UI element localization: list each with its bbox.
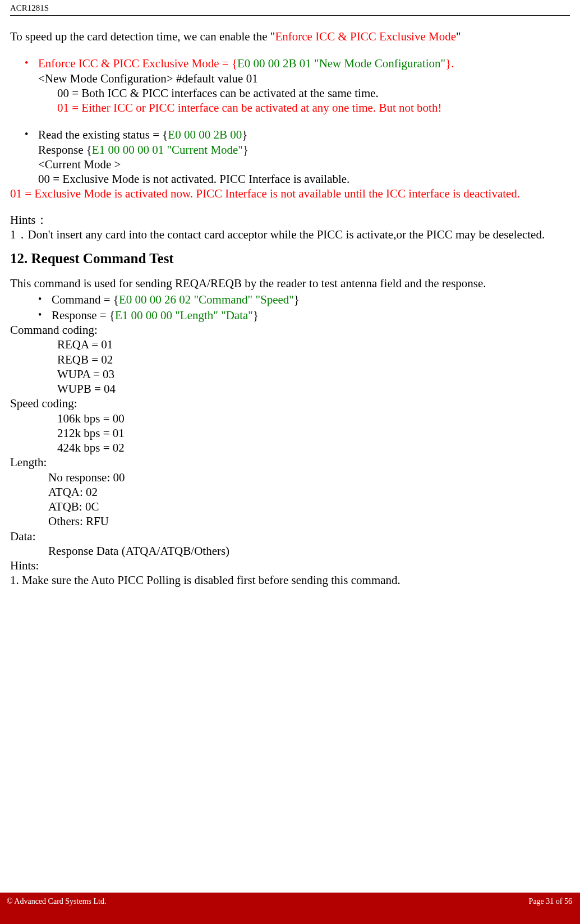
data-item: Response Data (ATQA/ATQB/Others) — [48, 544, 570, 558]
document-header: ACR1281S — [10, 0, 570, 16]
speed-coding-1: 212k bps = 01 — [57, 426, 570, 440]
speed-coding-2: 424k bps = 02 — [57, 440, 570, 455]
cmd-prefix: Command = { — [52, 293, 119, 306]
read-prefix: Read the existing status = { — [38, 128, 168, 141]
cmd-coding-1: REQB = 02 — [57, 352, 570, 367]
b1-opt00: 00 = Both ICC & PICC interfaces can be a… — [57, 86, 570, 100]
length-label: Length: — [10, 455, 570, 470]
cmd-suffix: } — [294, 293, 300, 306]
read-code: E0 00 00 2B 00 — [168, 128, 242, 141]
length-0: No response: 00 — [48, 470, 570, 485]
length-2: ATQB: 0C — [48, 499, 570, 514]
bullet-icon: • — [25, 56, 38, 86]
speed-coding-0: 106k bps = 00 — [57, 411, 570, 426]
command-coding-label: Command coding: — [10, 323, 570, 337]
hints2-item: 1. Make sure the Auto PICC Polling is di… — [10, 573, 570, 587]
page-footer: © Advanced Card Systems Ltd. Page 31 of … — [0, 893, 580, 924]
cmd-coding-3: WUPB = 04 — [57, 381, 570, 396]
footer-copyright: © Advanced Card Systems Ltd. — [7, 897, 106, 906]
new-mode-config-label: <New Mode Configuration> #default value … — [38, 71, 570, 86]
current-mode-label: <Current Mode > — [38, 157, 570, 172]
hints1-item1: 1．Don't insert any card into the contact… — [10, 227, 570, 242]
document-body: To speed up the card detection time, we … — [10, 16, 570, 588]
bullet-icon: • — [38, 308, 52, 323]
read-status-line: Read the existing status = {E0 00 00 2B … — [38, 127, 570, 142]
cmd-coding-2: WUPA = 03 — [57, 367, 570, 381]
read-suffix: } — [242, 128, 247, 141]
section12-intro: This command is used for sending REQA/RE… — [10, 276, 570, 291]
cmd-coding-0: REQA = 01 — [57, 337, 570, 352]
enforce-green: E0 00 00 2B 01 "New Mode Configuration" — [237, 57, 445, 70]
enforce-red-b: }. — [445, 57, 454, 70]
resp-suffix: } — [243, 143, 248, 157]
b1-opt01: 01 = Either ICC or PICC interface can be… — [57, 100, 570, 115]
intro-mode-name: Enforce ICC & PICC Exclusive Mode — [275, 30, 456, 43]
resp-prefix: Response { — [38, 143, 92, 157]
length-1: ATQA: 02 — [48, 485, 570, 499]
length-3: Others: RFU — [48, 514, 570, 528]
b2-opt00: 00 = Exclusive Mode is not activated. PI… — [38, 172, 570, 186]
enforce-red-a: Enforce ICC & PICC Exclusive Mode = { — [38, 57, 237, 70]
response-line2: Response = {E1 00 00 00 "Length" "Data"} — [52, 308, 570, 323]
bullet-icon: • — [38, 292, 52, 307]
bullet-response: • Response = {E1 00 00 00 "Length" "Data… — [38, 308, 570, 323]
intro-suffix: " — [456, 30, 461, 43]
resp-code: E1 00 00 00 01 "Current Mode" — [92, 143, 243, 157]
bullet-icon: • — [25, 127, 38, 186]
hints1-title: Hints： — [10, 213, 570, 227]
resp2-suffix: } — [253, 309, 259, 322]
section-12-title: 12. Request Command Test — [10, 250, 570, 267]
intro-prefix: To speed up the card detection time, we … — [10, 30, 275, 43]
hints2-label: Hints: — [10, 558, 570, 573]
resp2-prefix: Response = { — [52, 309, 115, 322]
b2-opt01: 01 = Exclusive Mode is activated now. PI… — [10, 186, 570, 201]
data-label: Data: — [10, 529, 570, 544]
bullet-enforce-mode: • Enforce ICC & PICC Exclusive Mode = {E… — [25, 56, 570, 86]
bullet-command: • Command = {E0 00 00 26 02 "Command" "S… — [38, 292, 570, 307]
speed-coding-label: Speed coding: — [10, 396, 570, 411]
intro-paragraph: To speed up the card detection time, we … — [10, 29, 570, 44]
bullet-read-status: • Read the existing status = {E0 00 00 2… — [25, 127, 570, 186]
cmd-code: E0 00 00 26 02 "Command" "Speed" — [119, 293, 294, 306]
response-line: Response {E1 00 00 00 01 "Current Mode"} — [38, 142, 570, 157]
command-line: Command = {E0 00 00 26 02 "Command" "Spe… — [52, 292, 570, 307]
enforce-mode-command: Enforce ICC & PICC Exclusive Mode = {E0 … — [38, 56, 570, 71]
footer-page-number: Page 31 of 56 — [529, 897, 572, 906]
resp2-code: E1 00 00 00 "Length" "Data" — [115, 309, 253, 322]
doc-id: ACR1281S — [10, 3, 49, 12]
